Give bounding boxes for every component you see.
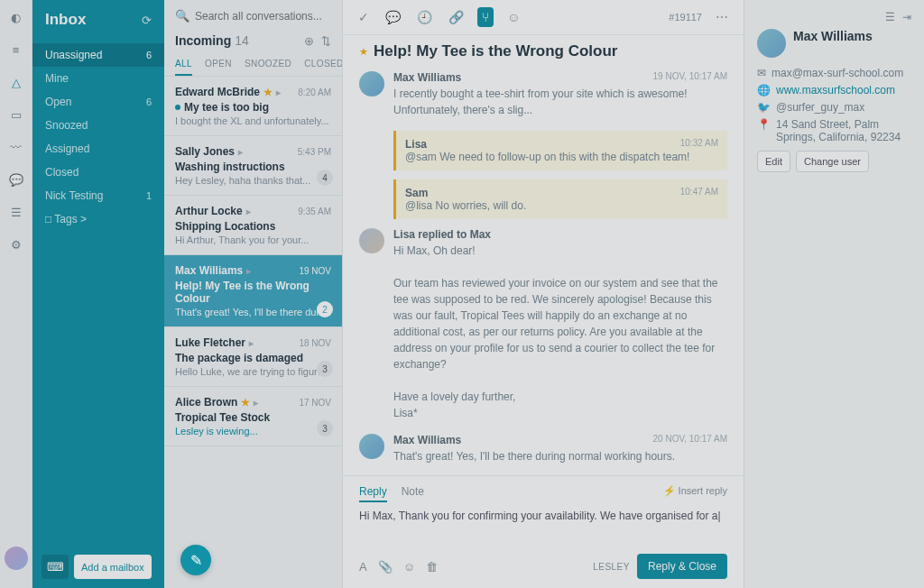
conversation-main: ✓ 💬 🕘 🔗 ⑂ ☺ #19117 ⋯ ★ Help! My Tee is t… — [343, 0, 744, 588]
sidebar-item[interactable]: Nick Testing1 — [32, 184, 164, 207]
archive-icon[interactable]: ⊕ — [304, 34, 314, 48]
contact-address: 14 Sand Street, Palm Springs, California… — [776, 118, 911, 143]
logo-icon[interactable]: ◐ — [8, 9, 24, 25]
edit-button[interactable]: Edit — [757, 151, 790, 172]
sidebar-item[interactable]: Unassigned6 — [32, 43, 164, 67]
conversation-item[interactable]: Max Williams ▸19 NOVHelp! My Tee is the … — [164, 255, 342, 327]
sort-icon[interactable]: ⇅ — [321, 34, 331, 48]
insert-reply[interactable]: ⚡ Insert reply — [663, 485, 727, 502]
contact-name: Max Williams — [793, 29, 873, 43]
chat-icon[interactable]: 💬 — [8, 171, 24, 188]
message-thread: Max Williams19 NOV, 10:17 AMI recently b… — [343, 71, 744, 475]
filter-tabs: ALLOPENSNOOZEDCLOSED — [164, 53, 342, 77]
emoji-icon[interactable]: ☺ — [504, 7, 522, 27]
emoji-compose-icon[interactable]: ☺ — [403, 560, 415, 574]
tab-reply[interactable]: Reply — [359, 485, 387, 502]
web-icon: 🌐 — [757, 84, 771, 96]
contact-avatar — [757, 29, 786, 58]
clock-icon[interactable]: 🕘 — [414, 7, 435, 27]
filter-tab[interactable]: ALL — [175, 53, 192, 76]
tag-icon[interactable]: ☰ — [885, 11, 895, 23]
user-avatar[interactable] — [5, 547, 28, 570]
icon-rail: ◐ ≡ △ ▭ 〰 💬 ☰ ⚙ — [0, 0, 32, 588]
compose-fab[interactable]: ✎ — [180, 545, 211, 575]
contact-email: max@max-surf-school.com — [772, 67, 903, 79]
contact-website[interactable]: www.maxsurfschool.com — [776, 84, 895, 96]
compose-area: Reply Note ⚡ Insert reply Hi Max, Thank … — [343, 475, 744, 588]
search-bar[interactable]: 🔍 — [164, 0, 342, 32]
internal-note: 10:47 AMSam@lisa No worries, will do. — [393, 179, 727, 219]
location-icon: 📍 — [757, 118, 771, 131]
link-icon[interactable]: 🔗 — [446, 7, 467, 27]
merge-icon[interactable]: ⑂ — [477, 7, 494, 27]
sidebar-title: Inbox — [45, 11, 86, 29]
settings-icon[interactable]: ⚙ — [8, 236, 24, 253]
tab-note[interactable]: Note — [402, 485, 424, 502]
expand-icon[interactable]: ⇥ — [902, 11, 911, 23]
message: Lisa replied to MaxHi Max, Oh dear!Our t… — [359, 228, 727, 421]
contact-panel: ☰ ⇥ Max Williams ✉max@max-surf-school.co… — [744, 0, 924, 588]
menu-icon[interactable]: ≡ — [8, 41, 24, 58]
refresh-icon[interactable]: ⟳ — [142, 14, 152, 27]
conversation-item[interactable]: Edward McBride ★ ▸8:20 AM My tee is too … — [164, 77, 342, 136]
add-mailbox-button[interactable]: Add a mailbox — [74, 555, 152, 579]
sidebar-item[interactable]: Assigned — [32, 137, 164, 161]
sidebar-item[interactable]: Mine — [32, 67, 164, 90]
toolbar: ✓ 💬 🕘 🔗 ⑂ ☺ #19117 ⋯ — [343, 0, 744, 35]
send-button[interactable]: Reply & Close — [637, 554, 727, 579]
star-icon[interactable]: ★ — [359, 46, 368, 58]
book-icon[interactable]: ▭ — [8, 106, 24, 123]
list-heading: Incoming 14 — [175, 33, 249, 48]
message: Max Williams20 NOV, 10:17 AMThat's great… — [359, 434, 727, 475]
attach-icon[interactable]: 📎 — [378, 560, 393, 574]
search-input[interactable] — [195, 10, 321, 23]
activity-icon[interactable]: 〰 — [8, 139, 24, 155]
assignee-label[interactable]: LESLEY — [593, 562, 630, 572]
check-icon[interactable]: ✓ — [356, 7, 372, 27]
compose-input[interactable]: Hi Max, Thank you for confirming your av… — [359, 510, 727, 546]
search-icon: 🔍 — [175, 9, 189, 23]
filter-tab[interactable]: SNOOZED — [245, 53, 291, 76]
conversation-item[interactable]: Sally Jones ▸5:43 PMWashing instructions… — [164, 136, 342, 196]
contact-twitter: @surfer_guy_max — [776, 101, 864, 114]
inbox-nav-icon[interactable]: △ — [8, 74, 24, 90]
trash-icon[interactable]: 🗑 — [426, 560, 438, 574]
sidebar-item[interactable]: Closed — [32, 161, 164, 184]
conversation-item[interactable]: Alice Brown ★ ▸17 NOVTropical Tee StockL… — [164, 387, 342, 446]
keyboard-button[interactable]: ⌨ — [42, 555, 69, 579]
sidebar-item[interactable]: Open6 — [32, 90, 164, 114]
ticket-number: #19117 — [669, 12, 702, 23]
sidebar-item[interactable]: Snoozed — [32, 114, 164, 137]
sidebar-item[interactable]: □ Tags > — [32, 207, 164, 231]
filter-tab[interactable]: CLOSED — [304, 53, 343, 76]
format-icon[interactable]: A — [359, 560, 367, 574]
conversation-title: Help! My Tee is the Wrong Colour — [374, 42, 617, 60]
message: Max Williams19 NOV, 10:17 AMI recently b… — [359, 71, 727, 118]
twitter-icon: 🐦 — [757, 101, 771, 114]
change-user-button[interactable]: Change user — [796, 151, 869, 172]
conversation-list: 🔍 Incoming 14 ⊕ ⇅ ALLOPENSNOOZEDCLOSED E… — [164, 0, 343, 588]
conversation-item[interactable]: Luke Fletcher ▸18 NOVThe package is dama… — [164, 327, 342, 387]
conversation-item[interactable]: Arthur Locke ▸9:35 AMShipping LocationsH… — [164, 196, 342, 255]
sidebar: Inbox ⟳ Unassigned6MineOpen6SnoozedAssig… — [32, 0, 164, 588]
more-icon[interactable]: ⋯ — [713, 7, 731, 27]
email-icon: ✉ — [757, 67, 766, 79]
reply-icon[interactable]: 💬 — [383, 7, 403, 27]
internal-note: 10:32 AMLisa@sam We need to follow-up on… — [393, 131, 727, 170]
filter-tab[interactable]: OPEN — [205, 53, 232, 76]
sliders-icon[interactable]: ☰ — [8, 204, 24, 220]
